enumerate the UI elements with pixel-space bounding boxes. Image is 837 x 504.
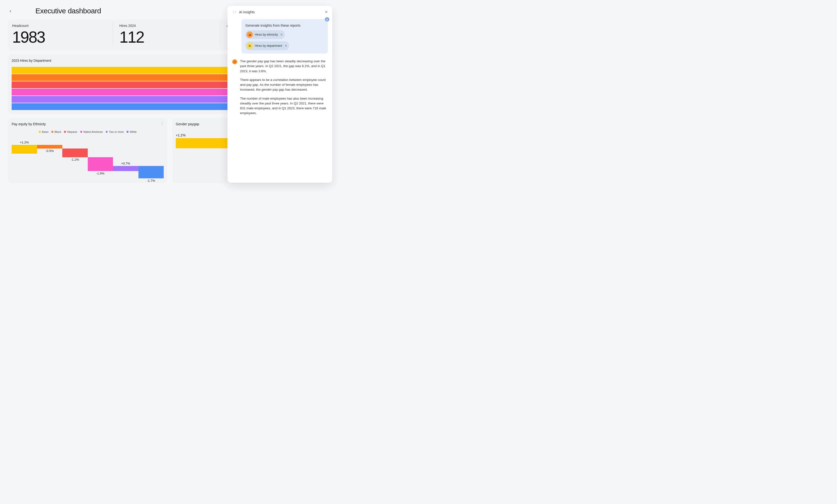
legend-dot-icon <box>106 131 108 133</box>
bar-value-label: -0.5% <box>46 149 54 153</box>
chip-label: Hires by department <box>255 44 282 48</box>
bar-value-label: +1.2% <box>20 141 29 144</box>
report-chip[interactable]: Hires by ethnicity✕ <box>245 30 285 39</box>
legend-item: Asian <box>39 130 49 133</box>
ai-insights-panel: ⋮⋮ AI insights ✕ Generate insights from … <box>228 6 332 183</box>
kpi-hires: Hires 2024 112 <box>113 22 220 45</box>
svg-rect-3 <box>250 34 251 36</box>
kpi-value: 112 <box>119 29 216 45</box>
waterfall-bar <box>139 166 164 178</box>
bar-value-label: +1.2% <box>176 133 185 137</box>
kpi-value: 1983 <box>12 29 109 45</box>
waterfall-bar <box>88 157 113 171</box>
waterfall-column: -1.2% <box>62 139 88 178</box>
legend-item: Hispanic <box>64 130 77 133</box>
waterfall-bar <box>12 145 37 154</box>
hbar-chart-icon <box>247 43 253 49</box>
prompt-text: Generate insights from these reports <box>245 23 324 27</box>
legend-label: Asian <box>42 130 49 133</box>
svg-rect-5 <box>249 45 250 46</box>
ai-paragraph: The gender pay gap has been steadily dec… <box>240 59 327 74</box>
svg-point-7 <box>234 61 235 62</box>
waterfall-column: -0.5% <box>37 139 63 178</box>
chart-legend: AsianBlackHispanicNative AmericanTwo or … <box>12 130 164 133</box>
legend-item: Native American <box>80 130 103 133</box>
ai-response: The gender pay gap has been steadily dec… <box>232 59 328 120</box>
close-icon[interactable]: ✕ <box>325 10 328 14</box>
more-icon[interactable]: ⋮ <box>160 121 164 126</box>
waterfall-bar <box>62 149 88 157</box>
ai-response-text: The gender pay gap has been steadily dec… <box>240 59 327 120</box>
svg-rect-4 <box>249 45 251 45</box>
legend-dot-icon <box>80 131 82 133</box>
pay-equity-card: Pay equity by Ethnicity ⋮ AsianBlackHisp… <box>8 118 167 183</box>
svg-rect-2 <box>249 34 250 36</box>
bar-value-label: -1.2% <box>71 158 79 161</box>
user-prompt-bubble: Generate insights from these reports Hir… <box>242 19 328 54</box>
bar-value-label: -1.7% <box>147 179 155 183</box>
svg-rect-6 <box>249 46 251 47</box>
legend-item: Two or more <box>106 130 124 133</box>
legend-label: Two or more <box>109 130 124 133</box>
waterfall-column: -1.9% <box>88 139 113 178</box>
ai-paragraph: There appears to be a correlation betwee… <box>240 77 327 92</box>
legend-label: Black <box>55 130 61 133</box>
chip-remove-icon[interactable]: ✕ <box>285 44 287 48</box>
kpi-label: Headcount <box>12 24 109 27</box>
waterfall-column: -1.7% <box>139 139 164 178</box>
waterfall-column: +0.7% <box>113 139 139 178</box>
kpi-headcount: Headcount 1983 <box>12 22 113 45</box>
chart-title: Pay equity by Ethnicity <box>12 122 164 126</box>
bar-value-label: -1.9% <box>96 171 105 175</box>
legend-dot-icon <box>39 131 41 133</box>
waterfall-bar <box>113 166 139 171</box>
legend-dot-icon <box>51 131 53 133</box>
waterfall-chart: +1.2%-0.5%-1.2%-1.9%+0.7%-1.7% <box>12 139 164 178</box>
ai-paragraph: The number of male employees has also be… <box>240 96 327 116</box>
legend-label: White <box>130 130 137 133</box>
user-avatar-icon <box>325 17 329 22</box>
legend-item: Black <box>51 130 61 133</box>
svg-rect-1 <box>249 35 249 36</box>
ai-panel-title: AI insights <box>239 10 322 14</box>
svg-point-0 <box>326 19 327 19</box>
report-chip[interactable]: Hires by department✕ <box>245 41 289 50</box>
bar-chart-icon <box>247 32 253 38</box>
ai-avatar-icon <box>232 59 237 64</box>
back-icon[interactable]: ‹ <box>10 8 11 14</box>
chip-label: Hires by ethnicity <box>255 33 278 36</box>
waterfall-column: +1.2% <box>12 139 37 178</box>
report-chips: Hires by ethnicity✕Hires by department✕ <box>245 30 324 50</box>
legend-dot-icon <box>64 131 66 133</box>
kpi-label: Hires 2024 <box>119 24 216 27</box>
bar-value-label: +0.7% <box>121 162 130 165</box>
legend-dot-icon <box>127 131 128 133</box>
chip-remove-icon[interactable]: ✕ <box>280 33 283 36</box>
hbar <box>12 96 265 103</box>
waterfall-bar <box>37 145 63 149</box>
ai-panel-header: ⋮⋮ AI insights ✕ <box>232 10 328 14</box>
legend-item: White <box>127 130 137 133</box>
drag-handle-icon[interactable]: ⋮⋮ <box>232 11 237 14</box>
legend-label: Hispanic <box>67 130 77 133</box>
legend-label: Native American <box>84 130 103 133</box>
svg-point-8 <box>235 61 235 62</box>
page-title: Executive dashboard <box>35 7 101 15</box>
